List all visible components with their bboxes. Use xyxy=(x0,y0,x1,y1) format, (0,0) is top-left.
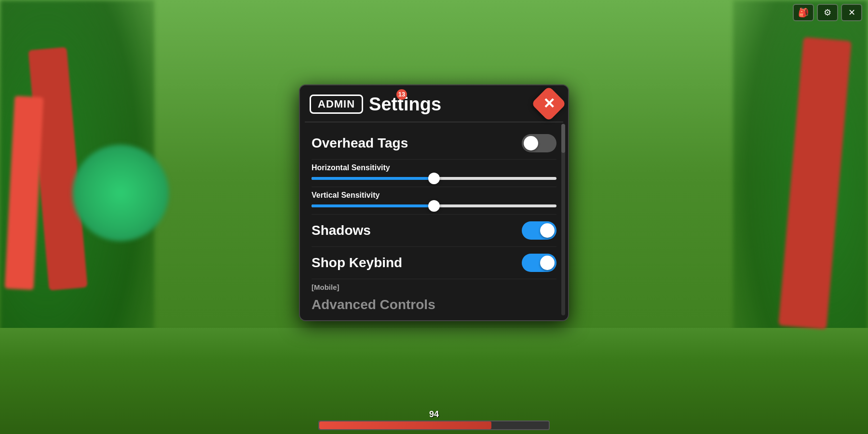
horizontal-sensitivity-slider[interactable] xyxy=(312,177,556,180)
horizontal-sensitivity-label: Horizontal Sensitivity xyxy=(312,163,556,172)
scrollbar[interactable] xyxy=(561,124,565,315)
notification-badge: 13 xyxy=(396,89,407,100)
mobile-label: [Mobile] xyxy=(312,279,556,291)
shop-keybind-label: Shop Keybind xyxy=(312,255,402,271)
shadows-label: Shadows xyxy=(312,223,371,238)
horizontal-sensitivity-thumb[interactable] xyxy=(428,173,440,184)
close-button[interactable]: ✕ xyxy=(531,86,567,122)
overhead-tags-toggle[interactable] xyxy=(522,134,556,152)
vertical-sensitivity-section: Vertical Sensitivity xyxy=(312,187,556,215)
vertical-sensitivity-label: Vertical Sensitivity xyxy=(312,191,556,200)
shadows-toggle[interactable] xyxy=(522,221,556,240)
advanced-controls-row: Advanced Controls xyxy=(312,291,556,311)
admin-badge: ADMIN xyxy=(310,95,363,114)
overhead-tags-label: Overhead Tags xyxy=(312,136,408,151)
overhead-tags-knob xyxy=(524,136,538,150)
close-icon: ✕ xyxy=(543,96,555,111)
settings-content: Overhead Tags Horizontal Sensitivity Ver… xyxy=(300,122,568,311)
vertical-sensitivity-fill xyxy=(312,204,434,207)
shadows-row: Shadows xyxy=(312,215,556,247)
shadows-knob xyxy=(540,223,555,238)
horizontal-sensitivity-fill xyxy=(312,177,434,180)
settings-header: ADMIN Settings 13 ✕ xyxy=(300,85,568,122)
scroll-thumb[interactable] xyxy=(561,124,565,153)
horizontal-sensitivity-section: Horizontal Sensitivity xyxy=(312,160,556,187)
overhead-tags-row: Overhead Tags xyxy=(312,127,556,160)
shop-keybind-row: Shop Keybind xyxy=(312,247,556,279)
modal-overlay: ADMIN Settings 13 ✕ Overhead Tags Horizo… xyxy=(0,0,868,434)
shop-keybind-knob xyxy=(540,256,555,270)
shop-keybind-toggle[interactable] xyxy=(522,254,556,272)
vertical-sensitivity-thumb[interactable] xyxy=(428,200,440,212)
vertical-sensitivity-slider[interactable] xyxy=(312,204,556,207)
settings-panel: ADMIN Settings 13 ✕ Overhead Tags Horizo… xyxy=(299,84,569,321)
advanced-controls-label: Advanced Controls xyxy=(312,297,435,311)
